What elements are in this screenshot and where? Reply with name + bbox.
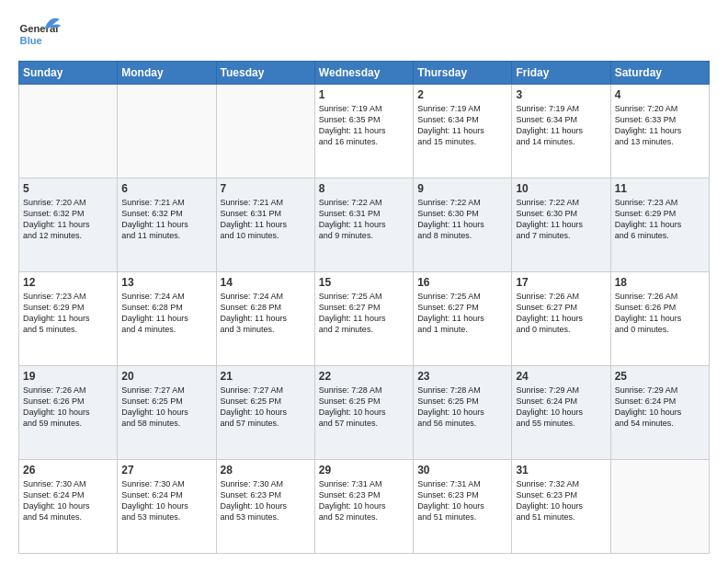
day-number: 5	[23, 182, 113, 195]
calendar-week-row: 5Sunrise: 7:20 AM Sunset: 6:32 PM Daylig…	[19, 178, 710, 272]
calendar-cell: 4Sunrise: 7:20 AM Sunset: 6:33 PM Daylig…	[610, 85, 709, 178]
day-info: Sunrise: 7:27 AM Sunset: 6:25 PM Dayligh…	[221, 385, 311, 430]
calendar-cell: 26Sunrise: 7:30 AM Sunset: 6:24 PM Dayli…	[19, 460, 118, 554]
calendar-cell: 12Sunrise: 7:23 AM Sunset: 6:29 PM Dayli…	[19, 272, 118, 366]
day-number: 14	[221, 276, 311, 289]
day-number: 8	[319, 182, 409, 195]
day-info: Sunrise: 7:28 AM Sunset: 6:25 PM Dayligh…	[319, 385, 409, 430]
day-info: Sunrise: 7:28 AM Sunset: 6:25 PM Dayligh…	[417, 385, 507, 430]
day-number: 6	[121, 182, 211, 195]
calendar-cell	[216, 85, 314, 178]
day-number: 28	[221, 464, 311, 477]
svg-text:General: General	[20, 23, 59, 34]
calendar-cell: 22Sunrise: 7:28 AM Sunset: 6:25 PM Dayli…	[314, 366, 413, 460]
day-info: Sunrise: 7:19 AM Sunset: 6:35 PM Dayligh…	[319, 103, 409, 148]
day-info: Sunrise: 7:21 AM Sunset: 6:32 PM Dayligh…	[121, 197, 211, 242]
day-number: 24	[516, 370, 606, 383]
day-number: 2	[417, 88, 507, 101]
calendar-cell: 17Sunrise: 7:26 AM Sunset: 6:27 PM Dayli…	[512, 272, 610, 366]
day-number: 3	[516, 88, 606, 101]
day-number: 19	[23, 370, 113, 383]
calendar-cell: 5Sunrise: 7:20 AM Sunset: 6:32 PM Daylig…	[19, 178, 118, 272]
day-info: Sunrise: 7:26 AM Sunset: 6:26 PM Dayligh…	[615, 291, 705, 336]
calendar-cell: 8Sunrise: 7:22 AM Sunset: 6:31 PM Daylig…	[314, 178, 413, 272]
day-info: Sunrise: 7:29 AM Sunset: 6:24 PM Dayligh…	[516, 385, 606, 430]
calendar-cell: 13Sunrise: 7:24 AM Sunset: 6:28 PM Dayli…	[118, 272, 216, 366]
calendar-table: SundayMondayTuesdayWednesdayThursdayFrid…	[18, 61, 710, 554]
day-info: Sunrise: 7:21 AM Sunset: 6:31 PM Dayligh…	[221, 197, 311, 242]
day-info: Sunrise: 7:31 AM Sunset: 6:23 PM Dayligh…	[319, 478, 409, 523]
day-info: Sunrise: 7:29 AM Sunset: 6:24 PM Dayligh…	[615, 385, 705, 430]
day-info: Sunrise: 7:26 AM Sunset: 6:27 PM Dayligh…	[516, 291, 606, 336]
calendar-cell: 24Sunrise: 7:29 AM Sunset: 6:24 PM Dayli…	[512, 366, 610, 460]
page: General Blue SundayMondayTuesdayWednesda…	[0, 0, 728, 563]
calendar-header-monday: Monday	[118, 62, 216, 85]
day-info: Sunrise: 7:23 AM Sunset: 6:29 PM Dayligh…	[23, 291, 113, 336]
calendar-cell: 2Sunrise: 7:19 AM Sunset: 6:34 PM Daylig…	[414, 85, 512, 178]
calendar-cell: 18Sunrise: 7:26 AM Sunset: 6:26 PM Dayli…	[610, 272, 709, 366]
calendar-cell: 29Sunrise: 7:31 AM Sunset: 6:23 PM Dayli…	[314, 460, 413, 554]
calendar-header-row: SundayMondayTuesdayWednesdayThursdayFrid…	[19, 62, 710, 85]
calendar-cell	[610, 460, 709, 554]
calendar-cell: 11Sunrise: 7:23 AM Sunset: 6:29 PM Dayli…	[610, 178, 709, 272]
logo-icon: General Blue	[18, 15, 63, 53]
day-info: Sunrise: 7:32 AM Sunset: 6:23 PM Dayligh…	[516, 478, 606, 523]
calendar-header-sunday: Sunday	[19, 62, 118, 85]
day-number: 25	[615, 370, 705, 383]
calendar-cell: 23Sunrise: 7:28 AM Sunset: 6:25 PM Dayli…	[414, 366, 512, 460]
calendar-cell: 30Sunrise: 7:31 AM Sunset: 6:23 PM Dayli…	[414, 460, 512, 554]
day-info: Sunrise: 7:22 AM Sunset: 6:30 PM Dayligh…	[516, 197, 606, 242]
calendar-cell: 14Sunrise: 7:24 AM Sunset: 6:28 PM Dayli…	[216, 272, 314, 366]
calendar-cell: 20Sunrise: 7:27 AM Sunset: 6:25 PM Dayli…	[118, 366, 216, 460]
day-number: 31	[516, 464, 606, 477]
day-number: 21	[221, 370, 311, 383]
day-info: Sunrise: 7:19 AM Sunset: 6:34 PM Dayligh…	[516, 103, 606, 148]
calendar-cell: 3Sunrise: 7:19 AM Sunset: 6:34 PM Daylig…	[512, 85, 610, 178]
calendar-header-saturday: Saturday	[610, 62, 709, 85]
day-number: 9	[417, 182, 507, 195]
calendar-cell: 19Sunrise: 7:26 AM Sunset: 6:26 PM Dayli…	[19, 366, 118, 460]
day-number: 30	[417, 464, 507, 477]
day-number: 1	[319, 88, 409, 101]
day-info: Sunrise: 7:26 AM Sunset: 6:26 PM Dayligh…	[23, 385, 113, 430]
calendar-header-friday: Friday	[512, 62, 610, 85]
day-number: 18	[615, 276, 705, 289]
day-number: 23	[417, 370, 507, 383]
day-info: Sunrise: 7:22 AM Sunset: 6:30 PM Dayligh…	[417, 197, 507, 242]
day-info: Sunrise: 7:30 AM Sunset: 6:24 PM Dayligh…	[23, 478, 113, 523]
day-number: 15	[319, 276, 409, 289]
calendar-cell	[118, 85, 216, 178]
day-number: 13	[121, 276, 211, 289]
calendar-cell: 25Sunrise: 7:29 AM Sunset: 6:24 PM Dayli…	[610, 366, 709, 460]
day-number: 22	[319, 370, 409, 383]
day-info: Sunrise: 7:19 AM Sunset: 6:34 PM Dayligh…	[417, 103, 507, 148]
calendar-cell: 31Sunrise: 7:32 AM Sunset: 6:23 PM Dayli…	[512, 460, 610, 554]
day-number: 20	[121, 370, 211, 383]
calendar-cell: 27Sunrise: 7:30 AM Sunset: 6:24 PM Dayli…	[118, 460, 216, 554]
calendar-cell: 28Sunrise: 7:30 AM Sunset: 6:23 PM Dayli…	[216, 460, 314, 554]
day-info: Sunrise: 7:30 AM Sunset: 6:24 PM Dayligh…	[121, 478, 211, 523]
day-number: 29	[319, 464, 409, 477]
day-info: Sunrise: 7:23 AM Sunset: 6:29 PM Dayligh…	[615, 197, 705, 242]
calendar-header-tuesday: Tuesday	[216, 62, 314, 85]
calendar-cell: 6Sunrise: 7:21 AM Sunset: 6:32 PM Daylig…	[118, 178, 216, 272]
day-info: Sunrise: 7:24 AM Sunset: 6:28 PM Dayligh…	[221, 291, 311, 336]
calendar-header-wednesday: Wednesday	[314, 62, 413, 85]
calendar-week-row: 26Sunrise: 7:30 AM Sunset: 6:24 PM Dayli…	[19, 460, 710, 554]
header: General Blue	[18, 15, 710, 53]
svg-text:Blue: Blue	[20, 35, 42, 46]
calendar-week-row: 19Sunrise: 7:26 AM Sunset: 6:26 PM Dayli…	[19, 366, 710, 460]
day-info: Sunrise: 7:22 AM Sunset: 6:31 PM Dayligh…	[319, 197, 409, 242]
day-info: Sunrise: 7:20 AM Sunset: 6:32 PM Dayligh…	[23, 197, 113, 242]
logo: General Blue	[18, 15, 63, 53]
calendar-header-thursday: Thursday	[414, 62, 512, 85]
day-info: Sunrise: 7:27 AM Sunset: 6:25 PM Dayligh…	[121, 385, 211, 430]
day-number: 12	[23, 276, 113, 289]
calendar-cell: 16Sunrise: 7:25 AM Sunset: 6:27 PM Dayli…	[414, 272, 512, 366]
day-info: Sunrise: 7:25 AM Sunset: 6:27 PM Dayligh…	[417, 291, 507, 336]
calendar-cell	[19, 85, 118, 178]
calendar-cell: 15Sunrise: 7:25 AM Sunset: 6:27 PM Dayli…	[314, 272, 413, 366]
day-number: 4	[615, 88, 705, 101]
calendar-cell: 1Sunrise: 7:19 AM Sunset: 6:35 PM Daylig…	[314, 85, 413, 178]
day-info: Sunrise: 7:30 AM Sunset: 6:23 PM Dayligh…	[221, 478, 311, 523]
